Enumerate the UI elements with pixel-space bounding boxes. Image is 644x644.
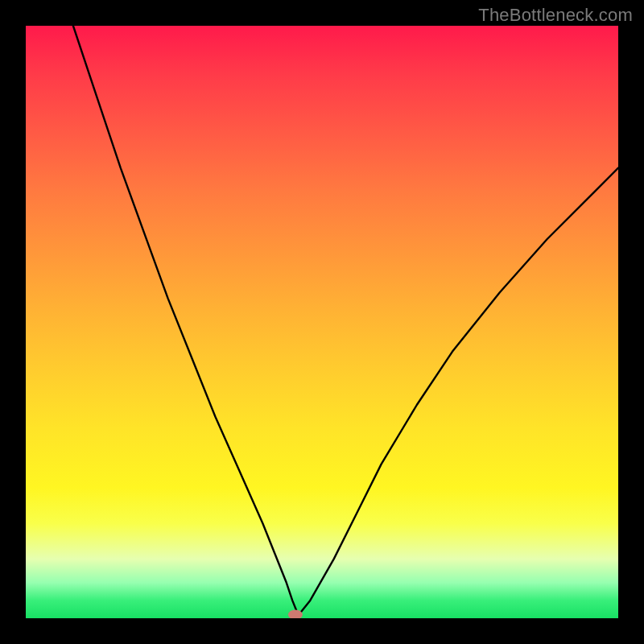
plot-area xyxy=(26,26,618,618)
watermark-text: TheBottleneck.com xyxy=(478,5,633,26)
chart-frame: TheBottleneck.com xyxy=(0,0,644,644)
bottleneck-curve xyxy=(73,26,618,615)
curve-layer xyxy=(26,26,618,618)
